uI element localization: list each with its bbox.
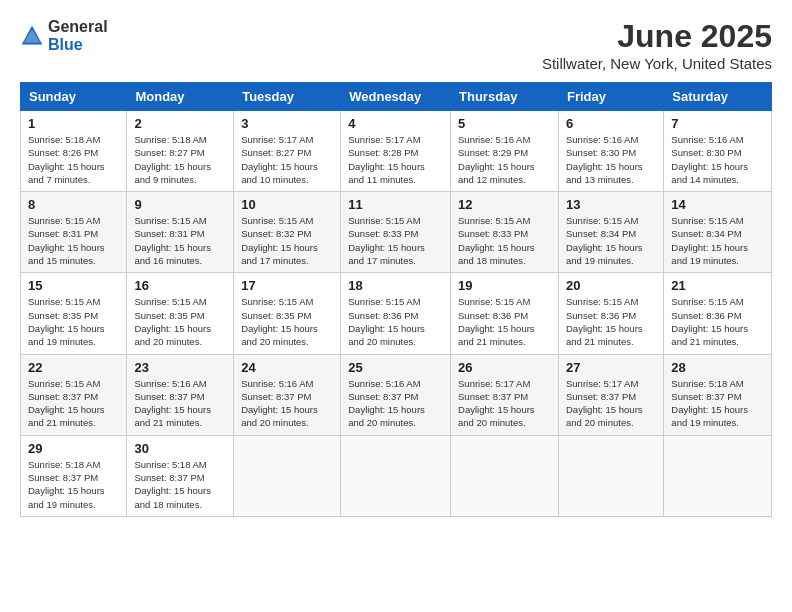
- calendar-table: Sunday Monday Tuesday Wednesday Thursday…: [20, 82, 772, 517]
- day-number: 6: [566, 116, 656, 131]
- calendar-cell: [451, 435, 559, 516]
- day-number: 24: [241, 360, 333, 375]
- day-number: 11: [348, 197, 443, 212]
- day-info: Sunrise: 5:17 AM Sunset: 8:37 PM Dayligh…: [566, 377, 656, 430]
- col-wednesday: Wednesday: [341, 83, 451, 111]
- day-info: Sunrise: 5:15 AM Sunset: 8:33 PM Dayligh…: [348, 214, 443, 267]
- calendar-cell: 26 Sunrise: 5:17 AM Sunset: 8:37 PM Dayl…: [451, 354, 559, 435]
- day-number: 12: [458, 197, 551, 212]
- day-number: 27: [566, 360, 656, 375]
- day-info: Sunrise: 5:15 AM Sunset: 8:34 PM Dayligh…: [671, 214, 764, 267]
- calendar-cell: 4 Sunrise: 5:17 AM Sunset: 8:28 PM Dayli…: [341, 111, 451, 192]
- calendar-cell: 13 Sunrise: 5:15 AM Sunset: 8:34 PM Dayl…: [558, 192, 663, 273]
- day-number: 16: [134, 278, 226, 293]
- day-number: 8: [28, 197, 119, 212]
- calendar-cell: 30 Sunrise: 5:18 AM Sunset: 8:37 PM Dayl…: [127, 435, 234, 516]
- day-info: Sunrise: 5:16 AM Sunset: 8:29 PM Dayligh…: [458, 133, 551, 186]
- calendar-cell: 25 Sunrise: 5:16 AM Sunset: 8:37 PM Dayl…: [341, 354, 451, 435]
- calendar-cell: 18 Sunrise: 5:15 AM Sunset: 8:36 PM Dayl…: [341, 273, 451, 354]
- logo-blue-text: Blue: [48, 36, 83, 53]
- day-number: 19: [458, 278, 551, 293]
- calendar-title: June 2025: [542, 18, 772, 55]
- calendar-cell: 24 Sunrise: 5:16 AM Sunset: 8:37 PM Dayl…: [234, 354, 341, 435]
- day-number: 2: [134, 116, 226, 131]
- day-info: Sunrise: 5:17 AM Sunset: 8:37 PM Dayligh…: [458, 377, 551, 430]
- day-number: 17: [241, 278, 333, 293]
- day-info: Sunrise: 5:16 AM Sunset: 8:30 PM Dayligh…: [671, 133, 764, 186]
- col-monday: Monday: [127, 83, 234, 111]
- calendar-cell: 21 Sunrise: 5:15 AM Sunset: 8:36 PM Dayl…: [664, 273, 772, 354]
- day-number: 28: [671, 360, 764, 375]
- day-number: 29: [28, 441, 119, 456]
- day-number: 30: [134, 441, 226, 456]
- day-number: 22: [28, 360, 119, 375]
- day-info: Sunrise: 5:15 AM Sunset: 8:33 PM Dayligh…: [458, 214, 551, 267]
- day-info: Sunrise: 5:15 AM Sunset: 8:34 PM Dayligh…: [566, 214, 656, 267]
- col-thursday: Thursday: [451, 83, 559, 111]
- day-info: Sunrise: 5:18 AM Sunset: 8:37 PM Dayligh…: [671, 377, 764, 430]
- calendar-cell: 11 Sunrise: 5:15 AM Sunset: 8:33 PM Dayl…: [341, 192, 451, 273]
- calendar-subtitle: Stillwater, New York, United States: [542, 55, 772, 72]
- calendar-cell: 28 Sunrise: 5:18 AM Sunset: 8:37 PM Dayl…: [664, 354, 772, 435]
- calendar-cell: 19 Sunrise: 5:15 AM Sunset: 8:36 PM Dayl…: [451, 273, 559, 354]
- day-info: Sunrise: 5:15 AM Sunset: 8:35 PM Dayligh…: [28, 295, 119, 348]
- day-number: 1: [28, 116, 119, 131]
- calendar-cell: 27 Sunrise: 5:17 AM Sunset: 8:37 PM Dayl…: [558, 354, 663, 435]
- day-info: Sunrise: 5:18 AM Sunset: 8:27 PM Dayligh…: [134, 133, 226, 186]
- calendar-cell: 15 Sunrise: 5:15 AM Sunset: 8:35 PM Dayl…: [21, 273, 127, 354]
- calendar-cell: [341, 435, 451, 516]
- calendar-cell: [558, 435, 663, 516]
- calendar-cell: 7 Sunrise: 5:16 AM Sunset: 8:30 PM Dayli…: [664, 111, 772, 192]
- day-info: Sunrise: 5:15 AM Sunset: 8:32 PM Dayligh…: [241, 214, 333, 267]
- calendar-cell: 3 Sunrise: 5:17 AM Sunset: 8:27 PM Dayli…: [234, 111, 341, 192]
- calendar-cell: 9 Sunrise: 5:15 AM Sunset: 8:31 PM Dayli…: [127, 192, 234, 273]
- calendar-cell: 8 Sunrise: 5:15 AM Sunset: 8:31 PM Dayli…: [21, 192, 127, 273]
- week-row-2: 8 Sunrise: 5:15 AM Sunset: 8:31 PM Dayli…: [21, 192, 772, 273]
- logo-general-text: General: [48, 18, 108, 35]
- logo: General Blue: [20, 18, 108, 53]
- logo-icon: [20, 24, 44, 48]
- day-number: 9: [134, 197, 226, 212]
- day-number: 21: [671, 278, 764, 293]
- day-info: Sunrise: 5:17 AM Sunset: 8:28 PM Dayligh…: [348, 133, 443, 186]
- header: General Blue June 2025 Stillwater, New Y…: [20, 18, 772, 72]
- calendar-cell: [664, 435, 772, 516]
- calendar-cell: 1 Sunrise: 5:18 AM Sunset: 8:26 PM Dayli…: [21, 111, 127, 192]
- day-info: Sunrise: 5:16 AM Sunset: 8:30 PM Dayligh…: [566, 133, 656, 186]
- day-info: Sunrise: 5:15 AM Sunset: 8:36 PM Dayligh…: [458, 295, 551, 348]
- day-info: Sunrise: 5:15 AM Sunset: 8:36 PM Dayligh…: [671, 295, 764, 348]
- day-number: 3: [241, 116, 333, 131]
- week-row-1: 1 Sunrise: 5:18 AM Sunset: 8:26 PM Dayli…: [21, 111, 772, 192]
- day-number: 18: [348, 278, 443, 293]
- col-saturday: Saturday: [664, 83, 772, 111]
- day-number: 5: [458, 116, 551, 131]
- calendar-cell: 17 Sunrise: 5:15 AM Sunset: 8:35 PM Dayl…: [234, 273, 341, 354]
- day-number: 20: [566, 278, 656, 293]
- day-info: Sunrise: 5:16 AM Sunset: 8:37 PM Dayligh…: [134, 377, 226, 430]
- day-info: Sunrise: 5:16 AM Sunset: 8:37 PM Dayligh…: [241, 377, 333, 430]
- day-number: 26: [458, 360, 551, 375]
- calendar-header-row: Sunday Monday Tuesday Wednesday Thursday…: [21, 83, 772, 111]
- calendar-cell: 20 Sunrise: 5:15 AM Sunset: 8:36 PM Dayl…: [558, 273, 663, 354]
- week-row-4: 22 Sunrise: 5:15 AM Sunset: 8:37 PM Dayl…: [21, 354, 772, 435]
- day-number: 13: [566, 197, 656, 212]
- calendar-cell: 6 Sunrise: 5:16 AM Sunset: 8:30 PM Dayli…: [558, 111, 663, 192]
- day-info: Sunrise: 5:15 AM Sunset: 8:31 PM Dayligh…: [28, 214, 119, 267]
- day-number: 7: [671, 116, 764, 131]
- day-number: 23: [134, 360, 226, 375]
- calendar-cell: 22 Sunrise: 5:15 AM Sunset: 8:37 PM Dayl…: [21, 354, 127, 435]
- day-number: 4: [348, 116, 443, 131]
- calendar-cell: 12 Sunrise: 5:15 AM Sunset: 8:33 PM Dayl…: [451, 192, 559, 273]
- day-info: Sunrise: 5:15 AM Sunset: 8:35 PM Dayligh…: [241, 295, 333, 348]
- page: General Blue June 2025 Stillwater, New Y…: [0, 0, 792, 612]
- calendar-cell: 10 Sunrise: 5:15 AM Sunset: 8:32 PM Dayl…: [234, 192, 341, 273]
- day-info: Sunrise: 5:18 AM Sunset: 8:26 PM Dayligh…: [28, 133, 119, 186]
- calendar-cell: 23 Sunrise: 5:16 AM Sunset: 8:37 PM Dayl…: [127, 354, 234, 435]
- title-block: June 2025 Stillwater, New York, United S…: [542, 18, 772, 72]
- calendar-cell: 14 Sunrise: 5:15 AM Sunset: 8:34 PM Dayl…: [664, 192, 772, 273]
- calendar-cell: 5 Sunrise: 5:16 AM Sunset: 8:29 PM Dayli…: [451, 111, 559, 192]
- svg-marker-1: [23, 29, 40, 43]
- day-info: Sunrise: 5:17 AM Sunset: 8:27 PM Dayligh…: [241, 133, 333, 186]
- day-number: 15: [28, 278, 119, 293]
- col-tuesday: Tuesday: [234, 83, 341, 111]
